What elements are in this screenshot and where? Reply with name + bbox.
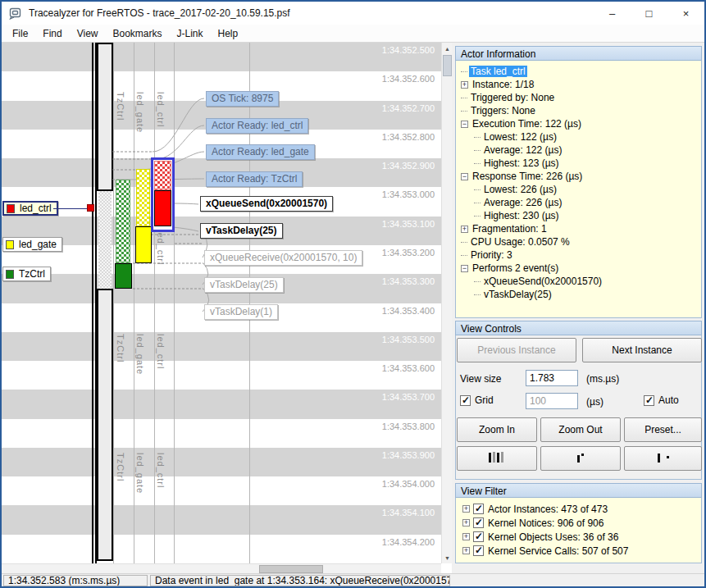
tree-item[interactable]: vTaskDelay(25): [461, 288, 699, 301]
menu-item-j-link[interactable]: J-Link: [170, 25, 211, 42]
tree-item[interactable]: Highest: 123 (µs): [461, 157, 699, 170]
trace-horizontal-scrollbar[interactable]: [2, 563, 441, 573]
timeline-label: 1:34.353.700: [382, 392, 435, 402]
overview-strip-window[interactable]: [98, 191, 112, 289]
event-label[interactable]: xQueueReceive(0x20001570, 10): [204, 250, 362, 266]
taskbar-ready-led_gate[interactable]: [136, 169, 150, 226]
tree-expander-icon[interactable]: −: [461, 265, 468, 272]
taskbar-exec-led_gate[interactable]: [135, 226, 152, 263]
actor-label-TzCtrl[interactable]: TzCtrl: [2, 267, 51, 281]
event-label[interactable]: vTaskDelay(25): [200, 223, 283, 239]
event-label[interactable]: Actor Ready: TzCtrl: [206, 171, 303, 187]
menu-item-bookmarks[interactable]: Bookmarks: [105, 25, 169, 42]
title-bar: Tracealyzer for FreeRTOS - trace_2017-02…: [2, 2, 704, 25]
timeline-label: 1:34.353.100: [382, 219, 435, 229]
tree-item[interactable]: Priority: 3: [461, 248, 699, 262]
single-lane-button[interactable]: [624, 446, 702, 471]
previous-instance-button[interactable]: Previous Instance: [457, 338, 576, 362]
filter-item[interactable]: +Kernel Service Calls: 507 of 507: [462, 545, 628, 557]
filter-checkbox[interactable]: [473, 545, 484, 556]
event-label[interactable]: Actor Ready: led_gate: [206, 144, 315, 160]
menu-item-help[interactable]: Help: [211, 25, 246, 42]
filter-checkbox[interactable]: [473, 504, 484, 514]
taskbar-ready-TzCtrl[interactable]: [116, 180, 130, 263]
tree-item[interactable]: Lowest: 122 (µs): [461, 130, 699, 144]
tree-item[interactable]: CPU Usage: 0.0507 %: [461, 235, 699, 248]
tree-item[interactable]: Average: 122 (µs): [461, 144, 699, 157]
lane-label-TzCtrl: TzCtrl: [116, 92, 125, 121]
minimize-button[interactable]: –: [594, 2, 631, 25]
overview-strip-top[interactable]: [97, 43, 113, 191]
grid-spacing-input[interactable]: [526, 393, 578, 409]
filter-item[interactable]: +Kernel Objects Uses: 36 of 36: [462, 531, 618, 543]
tree-item[interactable]: −Performs 2 event(s): [461, 262, 699, 275]
tree-guide: [461, 71, 467, 72]
show-all-lanes-button[interactable]: [457, 446, 537, 471]
tree-item[interactable]: −Execution Time: 122 (µs): [461, 117, 699, 130]
scroll-down-icon[interactable]: ▼: [442, 552, 452, 563]
timeline-band: 1:34.354.100: [2, 505, 441, 535]
filter-item[interactable]: +Actor Instances: 473 of 473: [462, 503, 608, 515]
trace-vertical-scrollbar[interactable]: ▲ ▼: [441, 43, 452, 563]
tree-guide: [474, 294, 481, 295]
event-label[interactable]: xQueueSend(0x20001570): [200, 196, 333, 212]
actor-label-led_gate[interactable]: led_gate: [2, 237, 62, 252]
close-button[interactable]: ×: [667, 2, 704, 25]
event-label[interactable]: vTaskDelay(25): [204, 277, 284, 293]
tree-expander-icon[interactable]: +: [461, 81, 468, 89]
actor-label-led_ctrl[interactable]: led_ctrl: [2, 201, 58, 216]
tree-item[interactable]: Triggered by: None: [461, 91, 699, 104]
tree-expander-icon[interactable]: +: [462, 519, 470, 526]
zoom-out-button[interactable]: Zoom Out: [540, 417, 621, 442]
scroll-thumb[interactable]: [259, 565, 323, 573]
event-label[interactable]: vTaskDelay(1): [204, 304, 278, 320]
tree-item[interactable]: xQueueSend(0x20001570): [461, 275, 699, 288]
menu-item-find[interactable]: Find: [35, 25, 69, 42]
tree-expander-icon[interactable]: +: [462, 547, 470, 554]
tree-item[interactable]: Highest: 230 (µs): [461, 209, 699, 222]
preset-button[interactable]: Preset...: [624, 417, 702, 442]
trace-view[interactable]: 1:34.352.5001:34.352.6001:34.352.7001:34…: [2, 43, 452, 573]
actor-name: led_gate: [19, 239, 57, 250]
view-size-input[interactable]: [526, 370, 578, 386]
zoom-in-button[interactable]: Zoom In: [457, 417, 537, 442]
view-controls-header: View Controls: [455, 321, 702, 335]
taskbar-exec-led_ctrl[interactable]: [154, 190, 171, 226]
tree-expander-icon[interactable]: +: [462, 533, 470, 540]
tree-item[interactable]: +Instance: 1/18: [461, 78, 699, 91]
tree-item[interactable]: +Fragmentation: 1: [461, 222, 699, 235]
tree-expander-icon[interactable]: +: [462, 505, 470, 513]
tree-item-label: Priority: 3: [469, 249, 514, 261]
tree-expander-icon[interactable]: +: [461, 226, 468, 233]
auto-checkbox[interactable]: Auto: [644, 394, 679, 406]
timeline-band: 1:34.352.500: [2, 43, 441, 72]
event-label[interactable]: OS Tick: 8975: [206, 91, 279, 107]
compact-lanes-button[interactable]: [540, 446, 621, 471]
taskbar-ready-led_ctrl[interactable]: [154, 161, 171, 190]
tree-item[interactable]: −Response Time: 226 (µs): [461, 170, 699, 183]
bar-square-icon: [655, 452, 672, 466]
tree-expander-icon[interactable]: −: [461, 173, 468, 180]
tree-item-label: Response Time: 226 (µs): [471, 171, 584, 182]
tree-item-label: Execution Time: 122 (µs): [471, 118, 583, 130]
menu-item-file[interactable]: File: [5, 25, 35, 42]
equalizer-icon: [488, 452, 506, 466]
taskbar-exec-TzCtrl[interactable]: [115, 263, 132, 289]
overview-strip-bottom[interactable]: [97, 289, 113, 561]
tree-item[interactable]: Average: 226 (µs): [461, 196, 699, 209]
tree-item[interactable]: Task led_ctrl: [461, 65, 699, 78]
checkbox-icon: [460, 395, 471, 406]
tree-expander-icon[interactable]: −: [461, 121, 468, 128]
filter-checkbox[interactable]: [473, 531, 484, 542]
next-instance-button[interactable]: Next Instance: [582, 338, 702, 362]
grid-checkbox[interactable]: Grid: [460, 394, 494, 406]
tree-item[interactable]: Triggers: None: [461, 104, 699, 117]
tree-item[interactable]: Lowest: 226 (µs): [461, 183, 699, 196]
filter-item[interactable]: +Kernel Notices: 906 of 906: [462, 517, 604, 529]
event-label[interactable]: Actor Ready: led_ctrl: [206, 118, 308, 134]
menu-item-view[interactable]: View: [70, 25, 106, 42]
scroll-thumb[interactable]: [443, 55, 452, 76]
maximize-button[interactable]: □: [631, 2, 667, 25]
filter-checkbox[interactable]: [473, 517, 484, 528]
scroll-up-icon[interactable]: ▲: [442, 43, 452, 54]
